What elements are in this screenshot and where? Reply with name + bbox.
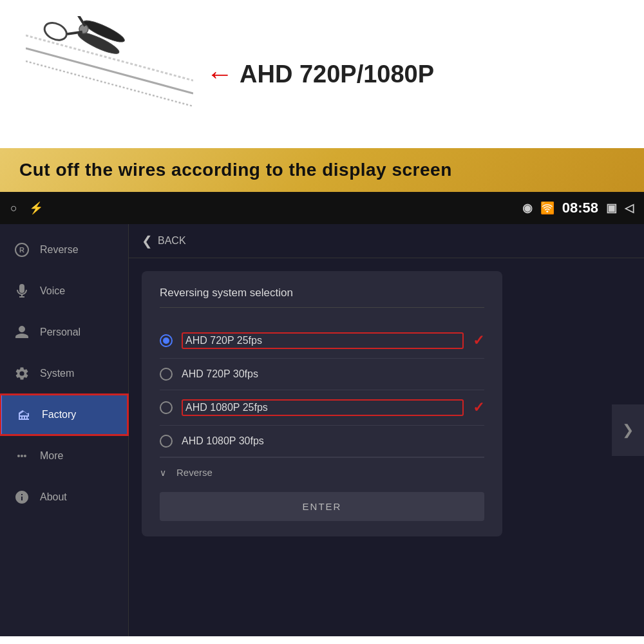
circle-icon: ○	[10, 202, 17, 215]
option-ahd1080p25[interactable]: AHD 1080P 25fps ✓	[160, 390, 484, 426]
banner: Cut off the wires according to the displ…	[0, 148, 644, 192]
about-icon	[13, 488, 31, 506]
dropdown-arrow-icon: ∨	[160, 468, 166, 478]
enter-button[interactable]: ENTER	[160, 492, 484, 521]
sidebar-label-system: System	[40, 368, 74, 379]
car-screen: ○ ⚡ ◉ 🛜 08:58 ▣ ◁ R Reverse	[0, 192, 644, 636]
ahd-text: AHD 720P/1080P	[240, 61, 434, 88]
option-ahd720p25[interactable]: AHD 720P 25fps ✓	[160, 323, 484, 359]
sidebar-item-more[interactable]: More	[0, 435, 128, 477]
reverse-icon: R	[13, 241, 31, 259]
svg-line-2	[26, 61, 193, 106]
status-time: 08:58	[562, 200, 598, 216]
location-icon: ◉	[522, 201, 533, 215]
svg-text:R: R	[19, 246, 24, 254]
option-label-ahd720p30: AHD 720P 30fps	[182, 368, 484, 380]
sidebar-item-system[interactable]: System	[0, 353, 128, 394]
sidebar-label-about: About	[40, 491, 67, 503]
scissors-area	[26, 16, 193, 132]
right-chevron-icon: ❯	[622, 422, 634, 439]
sidebar-item-factory[interactable]: Factory	[0, 394, 128, 435]
sidebar-label-factory: Factory	[42, 409, 76, 421]
sidebar-label-reverse: Reverse	[40, 244, 79, 256]
radio-ahd720p30	[160, 368, 173, 381]
option-label-ahd1080p30: AHD 1080P 30fps	[182, 435, 484, 447]
screen-icon: ▣	[606, 201, 617, 215]
sidebar-item-voice[interactable]: Voice	[0, 270, 128, 312]
ahd-label: ← AHD 720P/1080P	[206, 59, 434, 90]
option-ahd720p30[interactable]: AHD 720P 30fps	[160, 359, 484, 390]
back-label: BACK	[158, 235, 186, 247]
svg-point-6	[53, 16, 81, 17]
option-label-ahd1080p25: AHD 1080P 25fps	[182, 399, 464, 416]
sidebar-label-more: More	[40, 450, 63, 462]
sidebar-item-personal[interactable]: Personal	[0, 312, 128, 353]
back-bar[interactable]: ❮ BACK	[129, 224, 644, 258]
personal-icon	[13, 323, 31, 341]
right-panel-arrow[interactable]: ❯	[612, 404, 644, 456]
wifi-icon: 🛜	[540, 201, 554, 215]
system-icon	[13, 365, 31, 383]
back-arrow-icon: ❮	[142, 233, 153, 249]
back-icon: ◁	[625, 201, 634, 215]
dialog-box: Reversing system selection AHD 720P 25fp…	[142, 271, 502, 536]
sidebar-item-about[interactable]: About	[0, 477, 128, 518]
dropdown-row[interactable]: ∨ Reverse	[160, 457, 484, 487]
status-left: ○ ⚡	[10, 201, 43, 215]
sidebar-label-voice: Voice	[40, 285, 65, 297]
usb-icon: ⚡	[29, 201, 43, 215]
right-area: ❮ BACK Reversing system selection AHD 72…	[129, 224, 644, 636]
sidebar: R Reverse Voice Pers	[0, 224, 129, 636]
radio-ahd1080p25	[160, 401, 173, 414]
dialog-title: Reversing system selection	[160, 287, 484, 308]
option-ahd1080p30[interactable]: AHD 1080P 30fps	[160, 426, 484, 457]
arrow-icon: ←	[206, 59, 233, 90]
svg-point-7	[42, 19, 70, 43]
banner-text: Cut off the wires according to the displ…	[19, 160, 452, 180]
more-icon	[13, 447, 31, 465]
main-content: R Reverse Voice Pers	[0, 224, 644, 636]
sidebar-item-reverse[interactable]: R Reverse	[0, 229, 128, 270]
dropdown-label: Reverse	[176, 467, 213, 478]
option-label-ahd720p25: AHD 720P 25fps	[182, 332, 464, 349]
status-right: ◉ 🛜 08:58 ▣ ◁	[522, 200, 634, 216]
checkmark-ahd1080p25: ✓	[473, 399, 484, 416]
sidebar-label-personal: Personal	[40, 327, 80, 338]
radio-ahd720p25	[160, 334, 173, 347]
dialog-area: Reversing system selection AHD 720P 25fp…	[129, 258, 644, 636]
checkmark-ahd720p25: ✓	[473, 332, 484, 349]
voice-icon	[13, 282, 31, 300]
top-section: ← AHD 720P/1080P	[0, 0, 644, 148]
svg-line-1	[26, 48, 193, 93]
radio-ahd1080p30	[160, 435, 173, 448]
status-bar: ○ ⚡ ◉ 🛜 08:58 ▣ ◁	[0, 192, 644, 224]
factory-icon	[15, 406, 33, 424]
svg-line-0	[26, 35, 193, 80]
